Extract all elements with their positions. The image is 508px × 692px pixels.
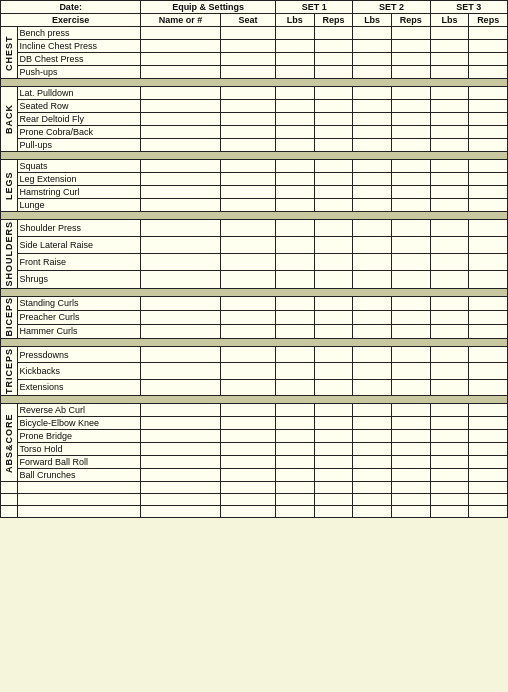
input-cell[interactable] (391, 310, 430, 324)
input-cell[interactable] (391, 160, 430, 173)
input-cell[interactable] (430, 40, 469, 53)
input-cell[interactable] (314, 456, 353, 469)
input-cell[interactable] (469, 160, 508, 173)
input-cell[interactable] (276, 310, 315, 324)
input-cell[interactable] (391, 347, 430, 363)
input-cell[interactable] (314, 404, 353, 417)
input-cell[interactable] (276, 430, 315, 443)
input-cell[interactable] (220, 456, 275, 469)
input-cell[interactable] (469, 443, 508, 456)
input-cell[interactable] (220, 469, 275, 482)
input-cell[interactable] (430, 139, 469, 152)
input-cell[interactable] (430, 404, 469, 417)
input-cell[interactable] (430, 87, 469, 100)
input-cell[interactable] (141, 310, 221, 324)
input-cell[interactable] (141, 220, 221, 237)
input-cell[interactable] (469, 87, 508, 100)
input-cell[interactable] (391, 254, 430, 271)
input-cell[interactable] (469, 456, 508, 469)
input-cell[interactable] (276, 296, 315, 310)
input-cell[interactable] (220, 443, 275, 456)
input-cell[interactable] (220, 173, 275, 186)
input-cell[interactable] (391, 237, 430, 254)
input-cell[interactable] (430, 443, 469, 456)
input-cell[interactable] (430, 347, 469, 363)
input-cell[interactable] (314, 469, 353, 482)
input-cell[interactable] (469, 404, 508, 417)
input-cell[interactable] (430, 186, 469, 199)
input-cell[interactable] (430, 53, 469, 66)
input-cell[interactable] (220, 160, 275, 173)
input-cell[interactable] (220, 254, 275, 271)
input-cell[interactable] (220, 87, 275, 100)
input-cell[interactable] (314, 173, 353, 186)
input-cell[interactable] (353, 173, 392, 186)
input-cell[interactable] (314, 87, 353, 100)
input-cell[interactable] (314, 271, 353, 288)
input-cell[interactable] (314, 139, 353, 152)
input-cell[interactable] (430, 430, 469, 443)
input-cell[interactable] (391, 404, 430, 417)
input-cell[interactable] (469, 126, 508, 139)
input-cell[interactable] (220, 40, 275, 53)
input-cell[interactable] (391, 271, 430, 288)
input-cell[interactable] (314, 53, 353, 66)
input-cell[interactable] (141, 100, 221, 113)
input-cell[interactable] (430, 100, 469, 113)
input-cell[interactable] (469, 220, 508, 237)
input-cell[interactable] (469, 113, 508, 126)
input-cell[interactable] (391, 173, 430, 186)
input-cell[interactable] (353, 456, 392, 469)
input-cell[interactable] (276, 254, 315, 271)
input-cell[interactable] (430, 27, 469, 40)
input-cell[interactable] (220, 404, 275, 417)
input-cell[interactable] (430, 113, 469, 126)
input-cell[interactable] (353, 139, 392, 152)
input-cell[interactable] (276, 404, 315, 417)
input-cell[interactable] (353, 40, 392, 53)
input-cell[interactable] (314, 296, 353, 310)
input-cell[interactable] (276, 363, 315, 379)
input-cell[interactable] (469, 430, 508, 443)
input-cell[interactable] (220, 379, 275, 395)
input-cell[interactable] (430, 456, 469, 469)
input-cell[interactable] (469, 199, 508, 212)
input-cell[interactable] (353, 404, 392, 417)
input-cell[interactable] (276, 347, 315, 363)
input-cell[interactable] (314, 443, 353, 456)
input-cell[interactable] (391, 363, 430, 379)
input-cell[interactable] (391, 430, 430, 443)
input-cell[interactable] (314, 100, 353, 113)
input-cell[interactable] (141, 363, 221, 379)
input-cell[interactable] (469, 254, 508, 271)
input-cell[interactable] (141, 87, 221, 100)
input-cell[interactable] (141, 469, 221, 482)
input-cell[interactable] (141, 237, 221, 254)
input-cell[interactable] (276, 324, 315, 338)
input-cell[interactable] (220, 186, 275, 199)
input-cell[interactable] (220, 27, 275, 40)
input-cell[interactable] (391, 296, 430, 310)
input-cell[interactable] (469, 363, 508, 379)
input-cell[interactable] (314, 254, 353, 271)
input-cell[interactable] (430, 363, 469, 379)
input-cell[interactable] (391, 53, 430, 66)
input-cell[interactable] (353, 160, 392, 173)
input-cell[interactable] (220, 139, 275, 152)
input-cell[interactable] (141, 40, 221, 53)
input-cell[interactable] (353, 237, 392, 254)
input-cell[interactable] (314, 310, 353, 324)
input-cell[interactable] (430, 66, 469, 79)
input-cell[interactable] (353, 53, 392, 66)
input-cell[interactable] (141, 126, 221, 139)
input-cell[interactable] (276, 220, 315, 237)
input-cell[interactable] (220, 237, 275, 254)
input-cell[interactable] (469, 347, 508, 363)
input-cell[interactable] (141, 417, 221, 430)
input-cell[interactable] (469, 417, 508, 430)
input-cell[interactable] (353, 443, 392, 456)
input-cell[interactable] (430, 310, 469, 324)
input-cell[interactable] (391, 456, 430, 469)
input-cell[interactable] (314, 27, 353, 40)
input-cell[interactable] (430, 160, 469, 173)
